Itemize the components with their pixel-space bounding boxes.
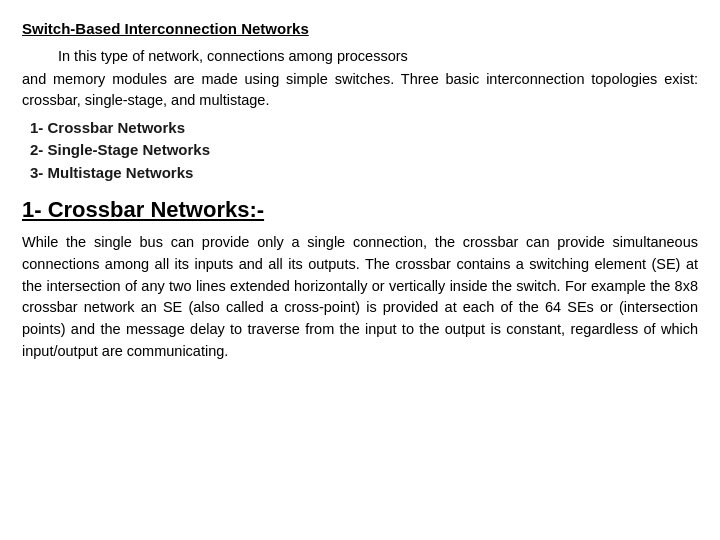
- list-item-1: 1- Crossbar Networks: [30, 117, 698, 140]
- list-item-3: 3- Multistage Networks: [30, 162, 698, 185]
- title-section: Switch-Based Interconnection Networks: [22, 18, 698, 40]
- section-heading: 1- Crossbar Networks:-: [22, 194, 698, 226]
- list-item-2: 2- Single-Stage Networks: [30, 139, 698, 162]
- intro-line1: In this type of network, connections amo…: [22, 46, 698, 67]
- intro-line2: and memory modules are made using simple…: [22, 69, 698, 111]
- main-title: Switch-Based Interconnection Networks: [22, 20, 309, 37]
- page-content: Switch-Based Interconnection Networks In…: [0, 0, 720, 381]
- intro-paragraph: In this type of network, connections amo…: [22, 46, 698, 111]
- body-paragraph: While the single bus can provide only a …: [22, 232, 698, 363]
- network-list: 1- Crossbar Networks 2- Single-Stage Net…: [22, 117, 698, 185]
